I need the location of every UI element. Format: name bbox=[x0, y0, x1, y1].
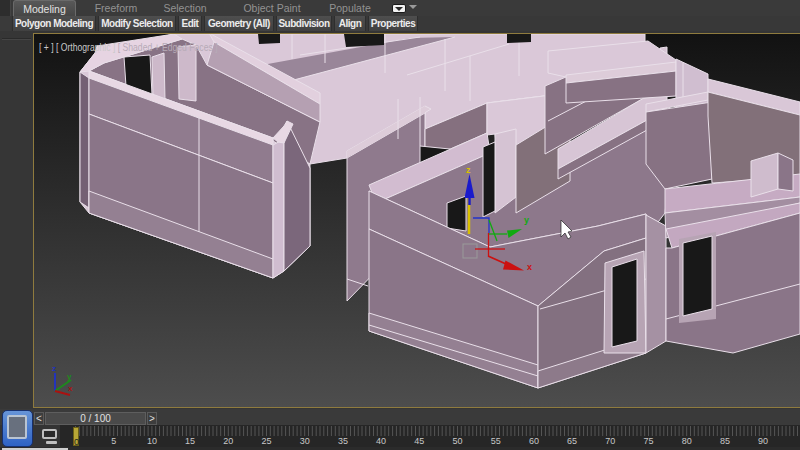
svg-text:y: y bbox=[524, 215, 529, 225]
svg-text:x: x bbox=[527, 262, 532, 272]
svg-text:z: z bbox=[466, 165, 471, 175]
svg-text:y: y bbox=[67, 372, 72, 381]
svg-text:z: z bbox=[52, 364, 56, 373]
svg-text:x: x bbox=[68, 384, 73, 393]
